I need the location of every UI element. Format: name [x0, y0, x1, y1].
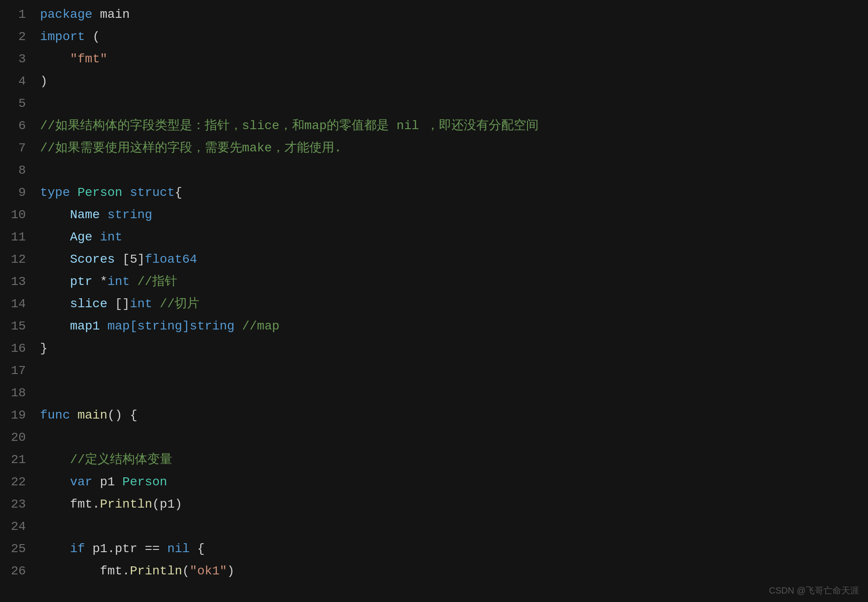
token: //map	[235, 315, 280, 338]
code-line-16: }	[40, 338, 859, 360]
code-line-11: Age int	[40, 226, 859, 248]
token: Name	[40, 204, 107, 226]
code-line-12: Scores [5]float64	[40, 248, 859, 271]
line-number-26: 26	[5, 560, 26, 582]
line-number-5: 5	[5, 93, 26, 115]
line-number-17: 17	[5, 360, 26, 382]
token: *	[100, 271, 107, 293]
token: if	[70, 538, 92, 560]
line-number-19: 19	[5, 404, 26, 427]
code-line-13: ptr *int //指针	[40, 271, 859, 293]
line-number-16: 16	[5, 338, 26, 360]
token: int	[100, 226, 122, 248]
code-line-2: import (	[40, 26, 859, 48]
line-number-12: 12	[5, 248, 26, 271]
code-line-10: Name string	[40, 204, 859, 226]
token: func	[40, 404, 77, 427]
code-line-20	[40, 427, 859, 449]
token: ]	[182, 315, 190, 338]
line-number-24: 24	[5, 516, 26, 538]
token: main	[100, 4, 130, 26]
token: Scores	[40, 248, 122, 271]
line-number-3: 3	[5, 48, 26, 70]
token: main	[77, 404, 107, 427]
token: Age	[40, 226, 100, 248]
token	[40, 471, 70, 493]
code-line-26: fmt.Println("ok1")	[40, 560, 859, 582]
token: package	[40, 4, 100, 26]
token: type	[40, 182, 77, 204]
token	[40, 48, 70, 70]
token: //定义结构体变量	[40, 449, 172, 471]
line-number-21: 21	[5, 449, 26, 471]
line-number-20: 20	[5, 427, 26, 449]
token: string	[107, 204, 152, 226]
token: p1.ptr ==	[93, 538, 167, 560]
token: }	[40, 338, 48, 360]
line-number-18: 18	[5, 382, 26, 404]
code-line-19: func main() {	[40, 404, 859, 427]
line-number-25: 25	[5, 538, 26, 560]
token: map[	[107, 315, 137, 338]
token: )	[40, 70, 48, 93]
line-number-22: 22	[5, 471, 26, 493]
line-number-1: 1	[5, 4, 26, 26]
token: string	[137, 315, 182, 338]
token: "fmt"	[70, 48, 107, 70]
code-line-6: //如果结构体的字段类型是：指针，slice，和map的零值都是 nil ，即还…	[40, 115, 859, 137]
token: float64	[145, 248, 197, 271]
code-line-14: slice []int //切片	[40, 293, 859, 315]
code-line-5	[40, 93, 859, 115]
code-line-25: if p1.ptr == nil {	[40, 538, 859, 560]
code-lines: package mainimport ( "fmt") //如果结构体的字段类型…	[31, 4, 868, 598]
token: var	[70, 471, 100, 493]
line-number-4: 4	[5, 70, 26, 93]
token: {	[174, 182, 182, 204]
token: [5]	[122, 248, 145, 271]
code-line-1: package main	[40, 4, 859, 26]
code-line-4: )	[40, 70, 859, 93]
token: string	[190, 315, 235, 338]
code-line-15: map1 map[string]string //map	[40, 315, 859, 338]
token: int	[107, 271, 130, 293]
code-line-8	[40, 159, 859, 182]
code-line-7: //如果需要使用这样的字段，需要先make，才能使用.	[40, 137, 859, 159]
token: //切片	[152, 293, 199, 315]
code-line-17	[40, 360, 859, 382]
code-line-23: fmt.Println(p1)	[40, 493, 859, 516]
token: //如果结构体的字段类型是：指针，slice，和map的零值都是 nil ，即还…	[40, 115, 539, 137]
code-line-21: //定义结构体变量	[40, 449, 859, 471]
token: nil	[167, 538, 190, 560]
token: p1	[100, 471, 122, 493]
token: "ok1"	[190, 560, 227, 582]
code-editor: 1234567891011121314151617181920212223242…	[0, 0, 868, 602]
token: import	[40, 26, 85, 48]
line-number-7: 7	[5, 137, 26, 159]
token: //如果需要使用这样的字段，需要先make，才能使用.	[40, 137, 342, 159]
line-number-23: 23	[5, 493, 26, 516]
token: int	[130, 293, 152, 315]
code-content: 1234567891011121314151617181920212223242…	[0, 0, 868, 602]
token: struct	[130, 182, 175, 204]
code-line-22: var p1 Person	[40, 471, 859, 493]
token: ptr	[40, 271, 100, 293]
line-number-13: 13	[5, 271, 26, 293]
token: Println	[130, 560, 183, 582]
token: (p1)	[152, 493, 182, 516]
token: fmt.	[40, 560, 130, 582]
token: []	[115, 293, 130, 315]
token: (	[182, 560, 190, 582]
token: slice	[40, 293, 115, 315]
line-number-11: 11	[5, 226, 26, 248]
line-number-14: 14	[5, 293, 26, 315]
code-line-24	[40, 516, 859, 538]
token: )	[227, 560, 235, 582]
line-number-6: 6	[5, 115, 26, 137]
line-number-8: 8	[5, 159, 26, 182]
watermark: CSDN @飞哥亡命天涯	[769, 585, 859, 597]
code-line-3: "fmt"	[40, 48, 859, 70]
line-number-2: 2	[5, 26, 26, 48]
token: Person	[122, 471, 167, 493]
token: //指针	[130, 271, 177, 293]
line-numbers: 1234567891011121314151617181920212223242…	[0, 4, 31, 598]
